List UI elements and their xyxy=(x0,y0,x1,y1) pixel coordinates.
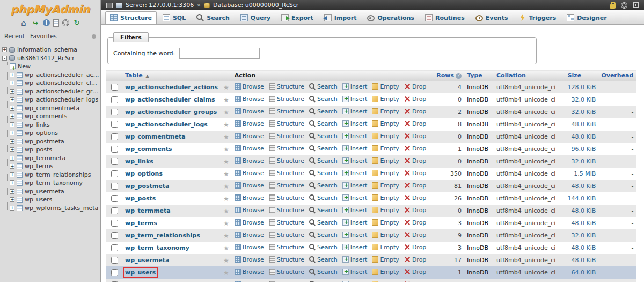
table-name-link[interactable]: wp_term_relationships xyxy=(125,232,200,239)
search-action-link[interactable]: Search xyxy=(309,170,338,177)
row-checkbox[interactable] xyxy=(111,257,118,264)
favorites-tab[interactable]: Favorites xyxy=(30,33,57,40)
table-row[interactable]: wp_postmeta ★ BrowseStructureSearchInser… xyxy=(106,180,636,192)
tree-table-label[interactable]: wp_usermeta xyxy=(25,188,64,195)
browse-action-link[interactable]: Browse xyxy=(235,170,264,177)
search-action-link[interactable]: Search xyxy=(309,96,338,103)
browse-action-link[interactable]: Browse xyxy=(235,232,264,238)
expand-icon[interactable] xyxy=(10,97,14,102)
search-action-link[interactable]: Search xyxy=(309,133,338,140)
favorite-star-icon[interactable]: ★ xyxy=(223,232,229,240)
drop-action-link[interactable]: Drop xyxy=(404,269,426,276)
search-action-link[interactable]: Search xyxy=(309,207,338,214)
tree-table-label[interactable]: wp_links xyxy=(25,121,50,128)
recent-tab[interactable]: Recent xyxy=(4,33,25,40)
browse-action-link[interactable]: Browse xyxy=(235,96,264,103)
tab-structure[interactable]: Structure xyxy=(105,11,157,24)
empty-action-link[interactable]: Empty xyxy=(372,219,399,226)
empty-action-link[interactable]: Empty xyxy=(372,170,399,177)
drop-action-link[interactable]: Drop xyxy=(404,207,426,214)
tree-table-label[interactable]: wp_commentmeta xyxy=(25,105,79,112)
insert-action-link[interactable]: Insert xyxy=(342,157,368,164)
favorite-star-icon[interactable]: ★ xyxy=(223,121,229,128)
empty-action-link[interactable]: Empty xyxy=(372,83,399,90)
lock-icon[interactable] xyxy=(610,4,616,9)
expand-icon[interactable] xyxy=(10,131,14,135)
drop-action-link[interactable]: Drop xyxy=(404,108,426,115)
expand-icon[interactable] xyxy=(10,189,14,194)
search-action-link[interactable]: Search xyxy=(309,182,338,189)
insert-action-link[interactable]: Insert xyxy=(342,219,368,226)
insert-action-link[interactable]: Insert xyxy=(342,269,368,276)
table-row[interactable]: wp_users ★ BrowseStructureSearchInsertEm… xyxy=(106,266,636,279)
tree-table-wp_actionscheduler_actions[interactable]: wp_actionscheduler_actions xyxy=(10,71,99,79)
table-row[interactable]: wp_commentmeta ★ BrowseStructureSearchIn… xyxy=(106,131,636,143)
insert-action-link[interactable]: Insert xyxy=(342,83,368,90)
table-row[interactable]: wp_wpforms_tasks_meta ★ BrowseStructureS… xyxy=(106,279,636,282)
structure-action-link[interactable]: Structure xyxy=(269,219,304,226)
table-name-link[interactable]: wp_comments xyxy=(125,146,172,153)
tab-operations[interactable]: Operations xyxy=(362,12,419,24)
row-checkbox[interactable] xyxy=(111,195,118,202)
docs-icon[interactable]: i xyxy=(43,19,50,26)
tree-table-label[interactable]: wp_actionscheduler_actions xyxy=(25,71,99,78)
structure-action-link[interactable]: Structure xyxy=(269,182,304,189)
rows-help-icon[interactable]: ? xyxy=(456,73,462,79)
favorite-star-icon[interactable]: ★ xyxy=(223,109,229,116)
insert-action-link[interactable]: Insert xyxy=(342,170,368,177)
structure-action-link[interactable]: Structure xyxy=(269,96,304,103)
search-action-link[interactable]: Search xyxy=(309,256,338,263)
browse-action-link[interactable]: Browse xyxy=(235,120,264,127)
empty-action-link[interactable]: Empty xyxy=(372,96,399,103)
structure-action-link[interactable]: Structure xyxy=(269,194,304,201)
empty-action-link[interactable]: Empty xyxy=(372,244,399,251)
search-action-link[interactable]: Search xyxy=(309,157,338,164)
favorite-star-icon[interactable]: ★ xyxy=(223,96,229,104)
table-name-link[interactable]: wp_usermeta xyxy=(125,257,169,264)
table-name-link[interactable]: wp_termmeta xyxy=(125,207,171,214)
tree-table-label[interactable]: wp_terms xyxy=(25,163,53,170)
table-row[interactable]: wp_posts ★ BrowseStructureSearchInsertEm… xyxy=(106,192,636,205)
search-action-link[interactable]: Search xyxy=(309,244,338,251)
breadcrumb-server[interactable]: Server: 127.0.0.1:3306 xyxy=(126,2,194,9)
search-action-link[interactable]: Search xyxy=(309,108,338,115)
structure-action-link[interactable]: Structure xyxy=(269,133,304,140)
exit-fullscreen-icon[interactable] xyxy=(633,2,639,8)
insert-action-link[interactable]: Insert xyxy=(342,244,368,251)
table-row[interactable]: wp_actionscheduler_actions ★ BrowseStruc… xyxy=(106,81,636,94)
tree-new-table[interactable]: New xyxy=(10,62,99,71)
drop-action-link[interactable]: Drop xyxy=(404,244,426,251)
table-row[interactable]: wp_term_taxonomy ★ BrowseStructureSearch… xyxy=(106,242,636,254)
browse-action-link[interactable]: Browse xyxy=(235,182,264,189)
expand-icon[interactable] xyxy=(10,206,14,211)
tab-export[interactable]: Export xyxy=(276,11,318,24)
collapse-icon[interactable] xyxy=(2,56,7,61)
search-action-link[interactable]: Search xyxy=(309,145,338,152)
browse-action-link[interactable]: Browse xyxy=(235,256,264,263)
browse-action-link[interactable]: Browse xyxy=(235,108,264,115)
tree-table-label[interactable]: wp_posts xyxy=(25,146,52,153)
table-name-link[interactable]: wp_actionscheduler_claims xyxy=(125,96,215,103)
favorite-star-icon[interactable]: ★ xyxy=(223,133,229,141)
tab-query[interactable]: Query xyxy=(236,11,275,24)
tree-table-label[interactable]: wp_termmeta xyxy=(25,155,65,162)
row-checkbox[interactable] xyxy=(111,84,118,91)
drop-action-link[interactable]: Drop xyxy=(404,145,426,152)
tree-db-label[interactable]: u638613412_RcScr xyxy=(17,55,75,62)
tree-db-label[interactable]: information_schema xyxy=(17,46,77,53)
drop-action-link[interactable]: Drop xyxy=(404,194,426,201)
tree-db-current[interactable]: u638613412_RcScr xyxy=(2,54,99,63)
favorite-star-icon[interactable]: ★ xyxy=(223,146,229,153)
tab-search[interactable]: Search xyxy=(192,11,235,24)
tree-table-label[interactable]: wp_term_relationships xyxy=(25,171,91,178)
tree-table-label[interactable]: wp_actionscheduler_logs xyxy=(25,96,98,103)
tab-events[interactable]: Events xyxy=(471,12,513,24)
browse-action-link[interactable]: Browse xyxy=(235,269,264,276)
tree-table-wp_users[interactable]: wp_users xyxy=(10,196,99,204)
search-action-link[interactable]: Search xyxy=(309,194,338,201)
row-checkbox[interactable] xyxy=(111,232,118,239)
tree-table-label[interactable]: wp_options xyxy=(25,129,58,136)
insert-action-link[interactable]: Insert xyxy=(342,194,368,201)
tree-new-label[interactable]: New xyxy=(18,63,31,70)
insert-action-link[interactable]: Insert xyxy=(342,145,368,152)
